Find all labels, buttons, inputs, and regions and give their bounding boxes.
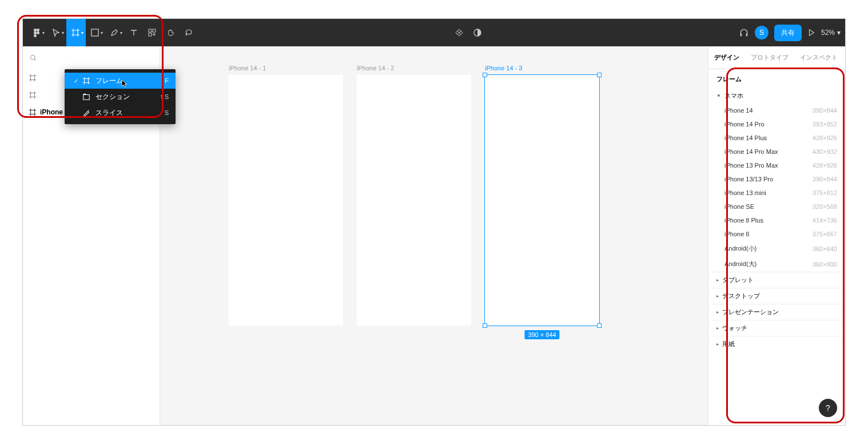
frame-preset[interactable]: iPhone SE320×568 [708,200,845,213]
svg-rect-0 [34,29,37,31]
frame-icon [29,74,37,82]
share-button[interactable]: 共有 [774,25,802,41]
text-icon [129,28,138,37]
preset-name: iPhone 14 [724,107,753,114]
play-icon[interactable] [807,29,815,37]
preset-group-collapsed[interactable]: ▸用紙 [708,336,845,352]
tab-inspect[interactable]: インスペクト [794,46,843,69]
chevron-right-icon: ▸ [716,294,719,299]
preset-name: iPhone 14 Pro Max [724,148,778,155]
selection-handle[interactable] [597,73,602,77]
preset-dimensions: 360×640 [813,245,837,252]
canvas-frame[interactable]: iPhone 14 - 2 [357,75,471,326]
chevron-down-icon: ▼ [716,93,721,98]
frame-preset[interactable]: iPhone 13 Pro Max428×926 [708,158,845,172]
tab-prototype[interactable]: プロトタイプ [745,46,794,69]
frame-preset[interactable]: iPhone 14390×844 [708,104,845,117]
preset-group-collapsed[interactable]: ▸デスクトップ [708,288,845,304]
slice-icon [82,109,90,117]
svg-point-3 [37,31,39,34]
svg-rect-5 [91,29,98,36]
dropdown-item-section[interactable]: セクション ⇧S [65,89,176,105]
toolbar: ▾ ▾ ▾ ▾ ▾ [23,19,845,46]
chevron-right-icon: ▸ [716,326,719,331]
user-avatar[interactable]: S [755,26,769,39]
selection-handle[interactable] [483,323,487,328]
frame-preset[interactable]: iPhone 14 Plus428×926 [708,131,845,145]
preset-group-phone[interactable]: ▼スマホ [708,88,845,104]
pen-tool-button[interactable]: ▾ [105,19,125,46]
preset-dimensions: 360×800 [813,261,837,268]
frame-tool-button[interactable]: ▾ [66,19,86,46]
svg-rect-11 [83,95,90,100]
frame-preset[interactable]: iPhone 14 Pro Max430×932 [708,145,845,158]
frame-preset[interactable]: iPhone 8375×667 [708,227,845,241]
svg-rect-6 [149,29,152,32]
preset-dimensions: 390×844 [813,176,837,183]
frame-preset[interactable]: Android(小)360×640 [708,241,845,256]
headphones-icon[interactable] [739,27,749,38]
frame-preset[interactable]: iPhone 13 mini375×812 [708,186,845,200]
canvas-frame[interactable]: iPhone 14 - 1 [229,75,343,326]
preset-group-collapsed[interactable]: ▸ウォッチ [708,320,845,336]
preset-group-collapsed[interactable]: ▸プレゼンテーション [708,304,845,320]
canvas[interactable]: iPhone 14 - 1 iPhone 14 - 2 iPhone 14 - … [160,46,708,425]
svg-rect-7 [153,29,156,32]
comment-tool-button[interactable] [180,19,198,46]
comment-icon [184,28,193,37]
preset-name: iPhone 13 mini [724,189,766,196]
frame-preset[interactable]: iPhone 8 Plus414×736 [708,213,845,227]
text-tool-button[interactable] [125,19,143,46]
chevron-right-icon: ▸ [716,342,719,347]
preset-dimensions: 430×932 [813,148,837,155]
chevron-right-icon: ▸ [716,278,719,283]
preset-group-collapsed[interactable]: ▸タブレット [708,272,845,288]
resources-icon [148,28,157,37]
svg-rect-1 [37,29,39,31]
hand-tool-button[interactable] [161,19,180,46]
zoom-control[interactable]: 52%▾ [821,29,841,37]
cursor-icon [51,28,61,37]
move-tool-button[interactable]: ▾ [47,19,66,46]
selection-handle[interactable] [483,73,487,77]
frame-label[interactable]: iPhone 14 - 1 [229,65,266,72]
preset-name: iPhone 13/13 Pro [724,176,773,183]
main-menu-button[interactable]: ▾ [27,19,47,46]
frame-label[interactable]: iPhone 14 - 2 [357,65,394,72]
section-title: フレーム [708,69,845,88]
svg-rect-4 [34,34,37,37]
preset-name: iPhone SE [724,203,754,210]
section-icon [82,93,90,101]
frame-preset[interactable]: iPhone 14 Pro393×852 [708,117,845,131]
help-button[interactable]: ? [819,399,837,417]
group-label: 用紙 [722,340,735,348]
preset-dimensions: 428×926 [813,162,837,169]
frame-icon [71,28,80,37]
search-icon [30,54,37,61]
design-panel: デザイン プロトタイプ インスペクト フレーム ▼スマホ iPhone 1439… [708,46,845,425]
layers-search[interactable] [23,46,160,69]
resources-button[interactable] [143,19,161,46]
group-label: タブレット [722,276,754,284]
preset-name: iPhone 8 [724,231,749,237]
frame-preset[interactable]: iPhone 13/13 Pro390×844 [708,172,845,186]
group-label: デスクトップ [722,292,760,300]
rectangle-icon [90,28,99,37]
svg-rect-2 [34,31,37,34]
frame-label[interactable]: iPhone 14 - 3 [485,65,522,72]
shape-tool-button[interactable]: ▾ [86,19,105,46]
selection-handle[interactable] [597,323,602,328]
group-label: プレゼンテーション [722,308,779,316]
preset-dimensions: 375×812 [813,189,837,196]
dropdown-item-slice[interactable]: スライス S [65,105,176,121]
contrast-icon [473,28,482,37]
preset-dimensions: 393×852 [813,121,837,128]
hand-icon [166,28,175,37]
frame-preset[interactable]: Android(大)360×800 [708,256,845,272]
dropdown-item-frame[interactable]: ✓ フレーム F [65,73,176,89]
tab-design[interactable]: デザイン [708,46,745,69]
svg-rect-12 [83,94,86,95]
canvas-frame-selected[interactable]: iPhone 14 - 3 390 × 844 [485,75,599,326]
preset-name: iPhone 14 Plus [724,134,767,141]
preset-name: iPhone 14 Pro [724,121,765,128]
